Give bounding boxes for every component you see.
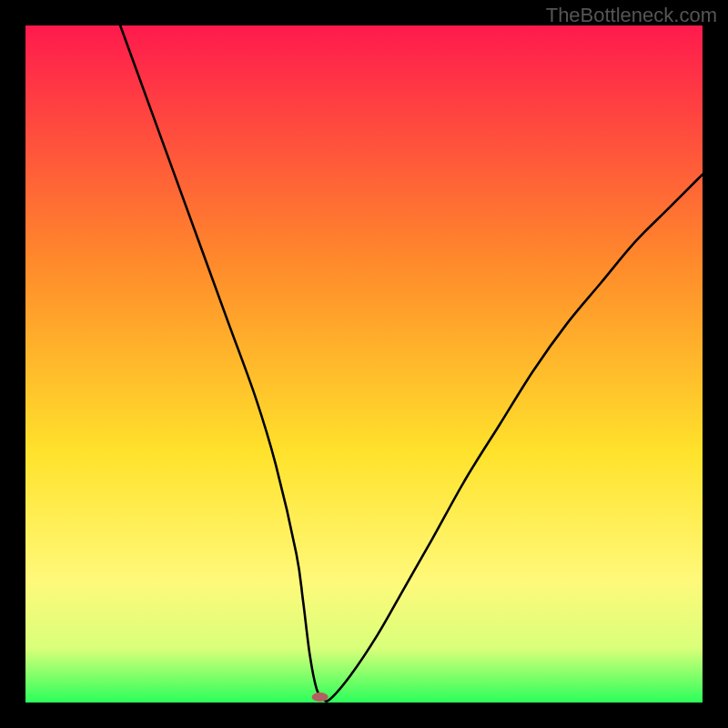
optimal-point-marker (312, 693, 329, 702)
chart-area (25, 25, 703, 703)
chart-svg (25, 25, 703, 703)
gradient-background (25, 25, 703, 703)
watermark-text: TheBottleneck.com (546, 4, 717, 27)
